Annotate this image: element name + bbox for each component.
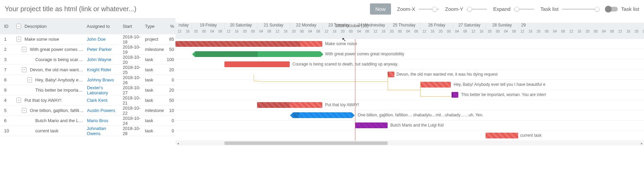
task-bar-label: One billion, gajillion, fafillion… shaba… [358,113,484,117]
table-row[interactable]: 10current taskJohnattan Owens2018-10-28t… [0,126,175,136]
cell-type: task [144,88,164,93]
task-bar-label: Butch Mario and the Luigi Kid [390,123,444,128]
hour-tick: 16 [184,30,192,34]
dependency-line [420,81,421,90]
cell-assigned[interactable]: Dexter's Laboratory [86,85,121,95]
header-collapse-all[interactable]: − [15,24,22,29]
scroll-right-arrow[interactable]: ▸ [639,141,644,146]
hour-tick: 20 [241,30,249,34]
cell-description: With great power comes great r… [28,47,86,52]
zoom-x-slider[interactable] [419,9,439,10]
expand-button[interactable]: − [26,77,33,82]
cell-percent: 0 [163,77,175,82]
hour-tick: 16 [331,30,339,34]
hour-tick: 20 [535,30,543,34]
task-bar[interactable] [388,72,394,77]
hour-tick: 20 [486,30,494,34]
cell-assigned[interactable]: Johnattan Owens [85,126,121,136]
cell-id: 7 [3,67,15,72]
task-list-toggle-group: Task list [606,6,639,12]
hour-tick: 08 [510,30,518,34]
cell-assigned[interactable]: Austin Powers [86,108,121,113]
hour-tick: 08 [461,30,469,34]
expand-button[interactable]: − [20,67,28,72]
cell-assigned[interactable]: John Wayne [86,57,121,62]
task-bar[interactable] [293,112,352,118]
hour-tick: 08 [559,30,567,34]
task-list-panel: ID − Description Assigned to Start Type … [0,18,175,146]
scroll-thumb[interactable] [224,141,388,145]
cell-type: milestone [143,108,163,113]
task-bar[interactable] [486,133,518,138]
dependency-line [254,75,260,81]
task-list-header: ID − Description Assigned to Start Type … [0,18,175,34]
cell-assigned[interactable]: John Doe [85,37,121,42]
task-bar[interactable] [195,51,320,57]
table-row[interactable]: 8−Hey, Baby! Anybody ever tell y…Johhny … [0,75,175,85]
table-row[interactable]: 7−Devon, the old man wanted me…Knight Ri… [0,65,175,75]
cell-id: 10 [3,128,15,133]
chart-row: Hey, Baby! Anybody ever tell you I have … [175,80,644,90]
task-bar[interactable] [257,102,322,108]
expand-button[interactable]: − [20,108,28,113]
zoom-y-label: Zoom-Y [445,6,463,12]
hour-tick: 20 [192,30,200,34]
cell-type: task [144,67,164,72]
hour-tick: 12 [371,30,379,34]
hour-tick: 12 [616,30,624,34]
hour-tick: 00 [445,30,453,34]
hour-tick: 04 [306,30,314,34]
cell-percent: 50 [163,98,175,103]
hour-tick: 12 [273,30,282,34]
hour-tick: 04 [404,30,412,34]
task-bar[interactable] [175,41,322,47]
table-row[interactable]: 9This better be important, woma…Dexter's… [0,85,175,95]
cell-description: Butch Mario and the Luigi Kid [33,118,86,123]
expand-button[interactable]: − [20,47,28,52]
chart-row: Courage is being scared to death, but sa… [175,59,644,70]
hour-tick: 12 [518,30,526,34]
hour-tick: 20 [339,30,347,34]
table-row[interactable]: 5−One billion, gajillion, fafillion… s…A… [0,106,175,116]
hour-tick: 04 [453,30,461,34]
cell-assigned[interactable]: Knight Rider [86,67,121,72]
table-row[interactable]: 3Courage is being scared to dea…John Way… [0,55,175,65]
hour-tick: 00 [347,30,355,34]
expand-slider[interactable] [514,9,534,10]
hour-tick: 00 [641,30,644,34]
project-title[interactable]: Your project title as html (link or what… [5,5,364,13]
table-row[interactable]: 4−Put that toy AWAY!Clark Kent2018-10-21… [0,95,175,106]
cell-type: task [143,98,163,103]
header-start: Start [121,24,144,29]
hour-tick: 00 [200,30,208,34]
cell-assigned[interactable]: Johhny Bravo [86,77,121,82]
hour-tick: 16 [624,30,632,34]
table-row[interactable]: 2−With great power comes great r…Peter P… [0,44,175,55]
task-bar[interactable] [420,82,451,88]
table-row[interactable]: 1−Make some noiseJohn Doe2018-10-18proje… [0,34,175,44]
cell-assigned[interactable]: Peter Parker [86,47,121,52]
task-list-toggle[interactable] [606,7,618,12]
hour-tick: 12 [175,30,184,34]
hour-tick: 20 [583,30,592,34]
expand-button[interactable]: − [15,98,22,103]
task-bar[interactable] [452,92,458,98]
task-bar[interactable] [224,61,290,67]
cell-start: 2018-10-18 [121,34,144,44]
table-row[interactable]: 6Butch Mario and the Luigi KidMario Bros… [0,116,175,126]
chart-row: current task [175,131,644,141]
expand-button[interactable]: − [15,37,22,42]
zoom-y-slider[interactable] [467,9,487,10]
cell-id: 9 [3,88,15,93]
horizontal-scrollbar[interactable]: ◂ ▸ [175,141,644,146]
toolbar: Your project title as html (link or what… [0,0,644,18]
cell-percent: 100 [163,57,175,62]
task-bar[interactable] [355,122,388,128]
now-button[interactable]: Now [370,3,391,15]
cell-assigned[interactable]: Clark Kent [85,98,121,103]
cell-start: 2018-10-21 [121,95,144,106]
scroll-left-arrow[interactable]: ◂ [175,141,180,146]
hour-tick: 16 [233,30,241,34]
task-list-width-slider[interactable] [562,9,599,10]
cell-assigned[interactable]: Mario Bros [86,118,121,123]
